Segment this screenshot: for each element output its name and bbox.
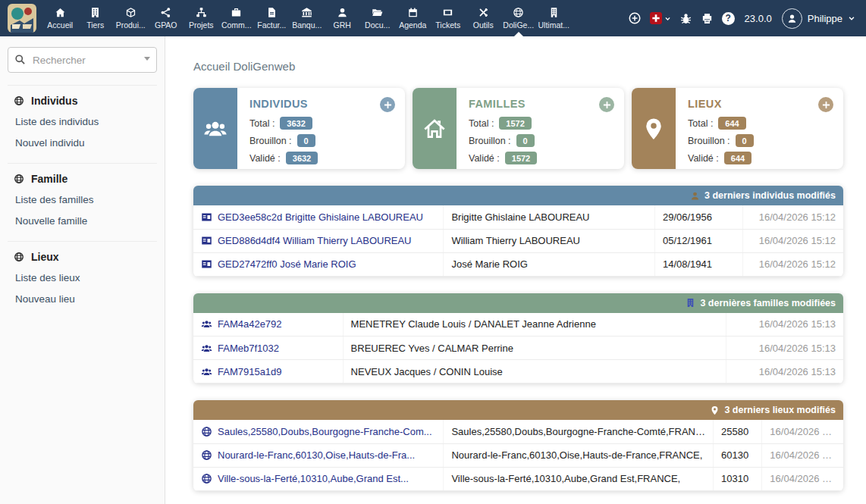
globe-icon <box>14 95 24 106</box>
menu-banques[interactable]: Banqu... <box>290 0 325 36</box>
stat-valid: Validé : 3632 <box>249 152 393 164</box>
stat-badge: 0 <box>736 134 754 147</box>
main-menu: Accueil Tiers Produi... GPAO Projets Com… <box>42 0 572 36</box>
menu-label: Projets <box>189 20 214 30</box>
calendar-icon <box>407 7 419 18</box>
stat-label: Total : <box>249 118 275 129</box>
individu-link[interactable]: GED27472ff0 José Marie ROIG <box>218 258 356 270</box>
individu-link[interactable]: GED3ee58c2d Brigitte Ghislaine LABOUREAU <box>218 211 423 223</box>
bug-icon <box>679 12 692 25</box>
home-icon <box>55 7 66 18</box>
stat-label: Total : <box>688 118 713 129</box>
menu-commerce[interactable]: Comm... <box>219 0 255 36</box>
users-icon <box>203 117 227 141</box>
map-marker-icon <box>642 117 666 141</box>
help-button[interactable]: ? <box>722 12 735 25</box>
menu-projets[interactable]: Projets <box>184 0 219 36</box>
search-dropdown-caret[interactable] <box>144 57 150 61</box>
section-title: Lieux <box>14 251 151 263</box>
lieu-link[interactable]: Saules,25580,Doubs,Bourgogne-Franche-Com… <box>218 426 432 437</box>
panel-header: 3 derniers individus modifiés <box>193 186 843 205</box>
famille-link[interactable]: FAM7915a1d9 <box>218 366 282 377</box>
section-label: Individus <box>31 95 77 107</box>
quick-add-button[interactable] <box>628 11 642 25</box>
search-input[interactable] <box>8 47 157 73</box>
menu-accueil[interactable]: Accueil <box>42 0 78 36</box>
sidebar-item-liste-familles[interactable]: Liste des familles <box>15 194 151 205</box>
card-title: FAMILLES <box>469 98 612 110</box>
stat-valid: Validé : 1572 <box>469 152 612 164</box>
sidebar-section-individus: Individus Liste des individus Nouvel ind… <box>8 85 157 163</box>
menu-ultimat[interactable]: Ultimat... <box>536 0 572 36</box>
individu-link[interactable]: GED886d4df4 William Thierry LABOUREAU <box>218 235 412 246</box>
stat-badge: 644 <box>718 117 745 130</box>
card-title: INDIVIDUS <box>249 98 393 110</box>
stat-badge: 0 <box>297 134 315 147</box>
table-row: Saules,25580,Doubs,Bourgogne-Franche-Com… <box>193 420 843 443</box>
menu-agenda[interactable]: Agenda <box>395 0 431 36</box>
card-body: FAMILLES Total : 1572 Brouillon : 0 Vali… <box>457 88 624 169</box>
add-famille-button[interactable] <box>599 97 614 112</box>
menu-label: GPAO <box>155 20 177 30</box>
table-row: GED27472ff0 José Marie ROIG José Marie R… <box>193 252 843 276</box>
version-label: 23.0.0 <box>745 13 772 24</box>
lieu-full: Ville-sous-la-Ferté,10310,Aube,Grand Est… <box>444 467 714 490</box>
famille-link[interactable]: FAMeb7f1032 <box>218 343 279 354</box>
users-icon <box>201 343 212 354</box>
stat-label: Brouillon : <box>469 136 511 146</box>
menu-gpao[interactable]: GPAO <box>149 0 184 36</box>
menu-label: DoliGe... <box>503 20 534 30</box>
add-individu-button[interactable] <box>380 97 395 112</box>
menu-facturation[interactable]: Factur... <box>254 0 290 36</box>
stat-label: Validé : <box>688 153 719 164</box>
print-button[interactable] <box>701 12 714 25</box>
bank-icon <box>301 7 312 18</box>
language-selector[interactable] <box>650 12 671 24</box>
lieu-link[interactable]: Nourard-le-Franc,60130,Oise,Hauts-de-Fra… <box>218 449 415 461</box>
menu-documents[interactable]: Docu... <box>360 0 396 36</box>
menu-tiers[interactable]: Tiers <box>78 0 114 36</box>
globe-icon <box>201 449 212 461</box>
left-sidebar: Individus Liste des individus Nouvel ind… <box>0 36 165 504</box>
menu-grh[interactable]: GRH <box>325 0 360 36</box>
menu-doligenweb[interactable]: DoliGe... <box>501 0 537 36</box>
sidebar-section-lieux: Lieux Liste des lieux Nouveau lieu <box>8 241 157 319</box>
debug-button[interactable] <box>679 12 692 25</box>
stat-draft: Brouillon : 0 <box>688 134 831 147</box>
sidebar-item-liste-individus[interactable]: Liste des individus <box>15 116 151 127</box>
menu-produits[interactable]: Produi... <box>113 0 149 36</box>
top-navbar: Accueil Tiers Produi... GPAO Projets Com… <box>0 0 866 36</box>
menu-label: Tickets <box>435 20 460 30</box>
famille-link[interactable]: FAM4a42e792 <box>218 318 282 330</box>
panel-header: 3 dernières familles modifiées <box>193 293 843 313</box>
sidebar-item-nouvel-individu[interactable]: Nouvel individu <box>15 137 151 149</box>
menu-label: Ultimat... <box>538 20 569 30</box>
add-lieu-button[interactable] <box>818 97 833 112</box>
app-logo[interactable] <box>8 4 36 33</box>
sidebar-item-nouveau-lieu[interactable]: Nouveau lieu <box>15 293 151 305</box>
sidebar-item-nouvelle-famille[interactable]: Nouvelle famille <box>15 215 151 227</box>
users-icon <box>201 318 212 330</box>
famille-couple: NEVEUX Jacques / CONIN Louise <box>343 360 726 383</box>
stat-label: Brouillon : <box>688 136 730 146</box>
stat-total: Total : 644 <box>688 117 831 130</box>
sidebar-item-liste-lieux[interactable]: Liste des lieux <box>15 272 151 283</box>
users-icon <box>201 366 212 377</box>
id-card-icon <box>201 211 212 223</box>
globe-icon <box>201 473 212 484</box>
person-icon <box>786 13 798 24</box>
stat-badge: 644 <box>724 152 751 164</box>
individu-name: Brigitte Ghislaine LABOUREAU <box>444 205 655 229</box>
plus-icon <box>822 101 830 109</box>
menu-outils[interactable]: Outils <box>466 0 501 36</box>
stat-cards: INDIVIDUS Total : 3632 Brouillon : 0 Val… <box>193 88 843 169</box>
chevron-down-icon <box>664 15 671 22</box>
individu-name: José Marie ROIG <box>444 252 655 276</box>
stat-total: Total : 3632 <box>249 117 393 130</box>
folder-icon <box>372 7 383 18</box>
lieu-link[interactable]: Ville-sous-la-Ferté,10310,Aube,Grand Est… <box>218 473 409 484</box>
user-menu[interactable]: Philippe <box>782 8 855 29</box>
map-marker-icon <box>710 405 720 415</box>
menu-tickets[interactable]: Tickets <box>431 0 466 36</box>
stat-label: Validé : <box>469 153 500 164</box>
